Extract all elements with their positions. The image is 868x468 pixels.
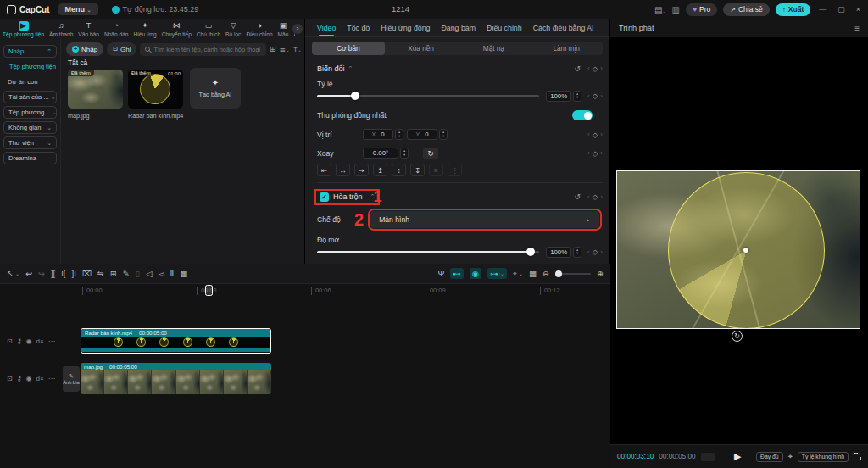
subtab-basic[interactable]: Cơ bản xyxy=(312,42,385,55)
rotate-handle[interactable]: ↻ xyxy=(732,331,743,342)
keyframe-controls[interactable]: ‹◇› xyxy=(587,192,603,201)
rotate-90-button[interactable]: ↻ xyxy=(423,148,438,159)
delete-icon[interactable]: ⌧ xyxy=(82,269,92,278)
sidebar-item-media-lib[interactable]: Tệp phương... ⌄ xyxy=(3,106,57,119)
tab-audio[interactable]: ♫ Âm thanh xyxy=(47,21,75,37)
sidebar-item-subproject[interactable]: Dự án con xyxy=(3,75,57,88)
layout-toggle-icon[interactable]: ▤⌄ xyxy=(654,5,666,14)
redo-icon[interactable]: ↪ xyxy=(38,269,45,278)
keyframe-controls[interactable]: ‹◇› xyxy=(587,131,603,139)
undo-icon[interactable]: ↩ xyxy=(25,269,32,278)
track-format-icon[interactable]: ⊡ xyxy=(7,337,13,345)
link-clips-icon[interactable]: ⊶ xyxy=(487,268,507,279)
sidebar-item-spaces[interactable]: Không gian ⌄ xyxy=(3,121,57,134)
tab-adjust[interactable]: Điều chỉnh xyxy=(487,19,522,37)
tab-adjust[interactable]: ◑ Điều chỉnh xyxy=(243,21,275,37)
tab-transitions[interactable]: ⋈ Chuyển tiếp xyxy=(159,21,194,37)
position-x-stepper[interactable]: ▴▾ xyxy=(395,129,403,140)
sidebar-item-dreamina[interactable]: Dreamina xyxy=(3,152,57,164)
distribute-h-icon[interactable]: ≡ xyxy=(429,164,443,176)
mute-icon[interactable]: d× xyxy=(36,337,44,345)
sort-icon[interactable]: ≣⌄ xyxy=(280,45,291,53)
lock-icon[interactable]: ⚷ xyxy=(17,337,22,345)
collapse-icon[interactable]: ⌃ xyxy=(348,65,353,72)
record-button[interactable]: ⊡ Ghi xyxy=(107,42,136,56)
cover-button[interactable]: ✎ Ảnh bìa xyxy=(63,366,80,392)
blend-toggle-group[interactable]: ✓ Hòa trộn ⌃ xyxy=(317,192,377,203)
crop-icon[interactable]: ⊞ xyxy=(110,269,117,278)
zoom-out-icon[interactable]: ⊖ xyxy=(542,269,549,278)
subtab-remove-bg[interactable]: Xóa nền xyxy=(385,42,458,55)
tab-speed[interactable]: Tốc độ xyxy=(347,19,370,37)
search-input[interactable] xyxy=(153,46,261,53)
fullscreen-icon[interactable] xyxy=(854,453,861,460)
speaker-icon[interactable]: ◅ xyxy=(158,269,164,278)
timeline-ruler[interactable]: 00:0000:0300:0600:0900:12 xyxy=(0,284,610,298)
import-button[interactable]: + Nhập xyxy=(66,42,103,56)
align-center-v-icon[interactable]: ↕ xyxy=(392,164,406,176)
position-y-field[interactable]: Y0 xyxy=(407,129,437,140)
export-button[interactable]: ↑Xuất xyxy=(776,3,810,16)
clip-radar[interactable]: Radar bán kính.mp4 00:00:05:00 xyxy=(81,328,271,354)
timeline-zoom-slider[interactable] xyxy=(555,273,591,275)
pro-badge[interactable]: ♥Pro xyxy=(686,3,717,16)
tab-sticker[interactable]: ◔ Nhãn dán xyxy=(102,21,131,37)
grid-view-icon[interactable]: ⊞ xyxy=(270,45,276,53)
position-y-stepper[interactable]: ▴▾ xyxy=(439,129,448,140)
subtab-smooth[interactable]: Làm mịn xyxy=(530,42,603,55)
player-menu-icon[interactable]: ≡ xyxy=(854,24,860,33)
tab-tracking[interactable]: Đang bám xyxy=(441,19,476,37)
keyframe-controls[interactable]: ‹◇› xyxy=(587,64,603,73)
distribute-v-icon[interactable]: ⋮ xyxy=(448,164,462,176)
playhead-handle[interactable] xyxy=(205,285,213,296)
split-right-icon[interactable]: ]I xyxy=(72,269,76,278)
position-x-field[interactable]: X0 xyxy=(363,129,393,140)
video-frame[interactable] xyxy=(616,170,860,329)
share-button[interactable]: ↗Chia sẻ xyxy=(723,3,770,16)
tab-captions[interactable]: ▭ Chú thích xyxy=(194,21,223,37)
minimize-button[interactable]: — xyxy=(816,5,829,14)
keyframe-controls[interactable]: ‹◇› xyxy=(587,92,603,100)
preview-axis-icon[interactable]: ▦ xyxy=(529,269,537,278)
tab-video[interactable]: Video xyxy=(317,19,336,37)
tab-ai-style[interactable]: Cách điệu bằng AI xyxy=(533,19,594,37)
rotate-field[interactable]: 0.00° xyxy=(363,148,398,159)
freeze-frame-icon[interactable]: ▯ xyxy=(136,269,140,278)
split-left-icon[interactable]: I[ xyxy=(61,269,65,278)
audio-detach-icon[interactable]: ◁ xyxy=(146,269,152,278)
eye-icon[interactable]: ◉ xyxy=(26,337,32,345)
sidebar-item-media-files[interactable]: Tệp phương tiện xyxy=(3,60,57,73)
quality-button[interactable]: Đầy đủ xyxy=(756,452,783,462)
scale-stepper[interactable]: ▴▾ xyxy=(573,91,581,102)
opacity-stepper[interactable]: ▴▾ xyxy=(573,247,581,258)
mirror-icon[interactable]: ⇋ xyxy=(97,269,104,278)
maximize-button[interactable]: ▢ xyxy=(835,5,848,14)
mute-icon[interactable]: d× xyxy=(36,375,44,382)
rotate-stepper[interactable]: ▴▾ xyxy=(400,148,409,159)
align-center-h-icon[interactable]: ↔ xyxy=(336,164,350,176)
search-box[interactable] xyxy=(140,43,266,56)
aspect-ratio-button[interactable]: Tỷ lệ khung hình xyxy=(798,452,849,462)
sidebar-item-my-assets[interactable]: Tài sản của ... ⌄ xyxy=(3,91,57,103)
mic-icon[interactable]: Ψ xyxy=(437,269,444,278)
media-item-map[interactable]: Đã thêm xyxy=(68,70,123,109)
tab-text[interactable]: T Văn bản xyxy=(75,21,102,37)
more-icon[interactable]: ⋯ xyxy=(48,337,55,345)
zoom-in-icon[interactable]: ⊕ xyxy=(597,269,604,278)
media-item-radar[interactable]: Đã thêm 01:00 xyxy=(128,70,183,109)
subtab-mask[interactable]: Mặt nạ xyxy=(458,42,531,55)
uniform-scale-toggle[interactable] xyxy=(572,110,593,120)
auto-caption-icon[interactable]: ⊷ xyxy=(450,268,464,279)
scale-slider[interactable] xyxy=(317,90,539,102)
close-button[interactable]: × xyxy=(854,5,863,14)
align-left-icon[interactable]: ⇤ xyxy=(317,164,331,176)
split-icon[interactable]: ][ xyxy=(51,269,55,278)
reset-icon[interactable]: ↺ xyxy=(575,192,581,201)
opacity-value[interactable]: 100% xyxy=(546,247,571,258)
opacity-slider[interactable] xyxy=(317,246,539,258)
playhead-line[interactable] xyxy=(209,286,209,465)
align-bottom-icon[interactable]: ↧ xyxy=(410,164,425,176)
align-right-icon[interactable]: ⇥ xyxy=(354,164,369,176)
tab-scroll-right-icon[interactable]: › xyxy=(292,24,303,34)
align-top-icon[interactable]: ↥ xyxy=(373,164,387,176)
